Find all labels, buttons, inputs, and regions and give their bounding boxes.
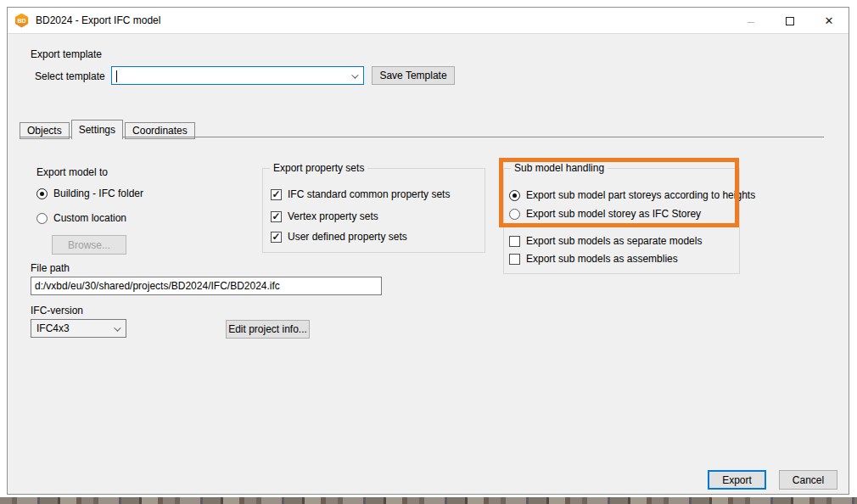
edit-project-info-label: Edit project info... <box>228 323 307 335</box>
minimize-button[interactable]: – <box>731 8 770 34</box>
tab-coordinates-label: Coordinates <box>132 125 188 137</box>
checkbox-assemblies[interactable]: Export sub models as assemblies <box>509 253 678 265</box>
radio-unselected-icon <box>36 213 48 224</box>
radio-label: Export sub model part storeys according … <box>526 189 755 201</box>
checkbox-user-defined-psets[interactable]: ✓ User defined property sets <box>271 231 407 243</box>
tab-objects-label: Objects <box>27 125 62 137</box>
file-path-label: File path <box>31 262 70 274</box>
checkbox-separate-models[interactable]: Export sub models as separate models <box>509 235 702 247</box>
ifc-version-combobox[interactable]: IFC4x3 <box>31 319 126 338</box>
checkbox-label: User defined property sets <box>288 231 407 243</box>
close-button[interactable]: ✕ <box>809 8 849 34</box>
close-icon: ✕ <box>825 14 834 27</box>
checkbox-checked-icon: ✓ <box>271 211 282 222</box>
checkbox-unchecked-icon <box>509 254 520 265</box>
radio-selected-icon <box>509 190 520 201</box>
export-property-sets-group: Export property sets ✓ IFC standard comm… <box>262 168 485 253</box>
checkbox-label: IFC standard common property sets <box>288 188 450 200</box>
radio-selected-icon <box>36 188 48 199</box>
checkbox-checked-icon: ✓ <box>271 232 282 243</box>
export-model-to-heading: Export model to <box>36 166 108 178</box>
checkbox-label: Export sub models as separate models <box>526 235 702 247</box>
save-template-label: Save Template <box>379 70 446 81</box>
tab-settings[interactable]: Settings <box>71 120 123 139</box>
radio-unselected-icon <box>509 209 520 220</box>
radio-building-label: Building - IFC folder <box>53 188 143 199</box>
export-template-heading: Export template <box>31 48 102 60</box>
property-sets-group-title: Export property sets <box>270 162 367 174</box>
radio-custom-location[interactable]: Custom location <box>36 212 126 224</box>
minimize-icon: – <box>748 14 754 28</box>
browse-label: Browse... <box>68 239 110 251</box>
tab-page-border <box>20 137 824 137</box>
sub-model-handling-group: Sub model handling Export sub model part… <box>503 168 740 274</box>
save-template-button[interactable]: Save Template <box>372 66 455 85</box>
checkbox-label: Vertex property sets <box>288 210 378 222</box>
select-template-label: Select template <box>35 70 105 82</box>
export-button-label: Export <box>722 474 752 486</box>
app-icon: BD <box>14 14 29 28</box>
radio-custom-label: Custom location <box>53 212 126 224</box>
maximize-button[interactable] <box>770 8 809 34</box>
export-button[interactable]: Export <box>708 470 766 490</box>
ifc-version-value: IFC4x3 <box>36 322 70 334</box>
ifc-version-label: IFC-version <box>31 305 83 316</box>
select-template-combobox[interactable] <box>111 66 364 85</box>
checkbox-checked-icon: ✓ <box>271 189 282 200</box>
maximize-icon <box>786 17 794 25</box>
radio-building-ifc-folder[interactable]: Building - IFC folder <box>36 188 143 199</box>
sub-model-group-title: Sub model handling <box>511 162 608 174</box>
window-title: BD2024 - Export IFC model <box>36 14 160 26</box>
background-app-strip <box>0 497 857 504</box>
checkbox-label: Export sub models as assemblies <box>526 253 678 265</box>
browse-button: Browse... <box>52 235 126 255</box>
tab-settings-label: Settings <box>79 124 115 136</box>
edit-project-info-button[interactable]: Edit project info... <box>226 320 310 339</box>
checkbox-vertex-psets[interactable]: ✓ Vertex property sets <box>271 210 378 222</box>
chevron-down-icon <box>351 71 358 78</box>
app-icon-label: BD <box>17 18 25 24</box>
cancel-button[interactable]: Cancel <box>779 470 837 490</box>
chevron-down-icon <box>114 324 120 331</box>
export-ifc-dialog: BD BD2024 - Export IFC model – ✕ Export … <box>7 7 849 495</box>
checkbox-unchecked-icon <box>509 236 520 247</box>
window-controls: – ✕ <box>731 8 849 34</box>
radio-storey-as-ifc-storey[interactable]: Export sub model storey as IFC Storey <box>509 208 701 220</box>
checkbox-ifc-standard-psets[interactable]: ✓ IFC standard common property sets <box>271 188 450 200</box>
radio-part-storeys-heights[interactable]: Export sub model part storeys according … <box>509 189 755 201</box>
title-bar: BD BD2024 - Export IFC model – ✕ <box>8 8 849 34</box>
text-cursor <box>116 70 117 82</box>
file-path-input[interactable] <box>31 277 382 295</box>
radio-label: Export sub model storey as IFC Storey <box>526 208 701 220</box>
cancel-button-label: Cancel <box>793 474 824 486</box>
